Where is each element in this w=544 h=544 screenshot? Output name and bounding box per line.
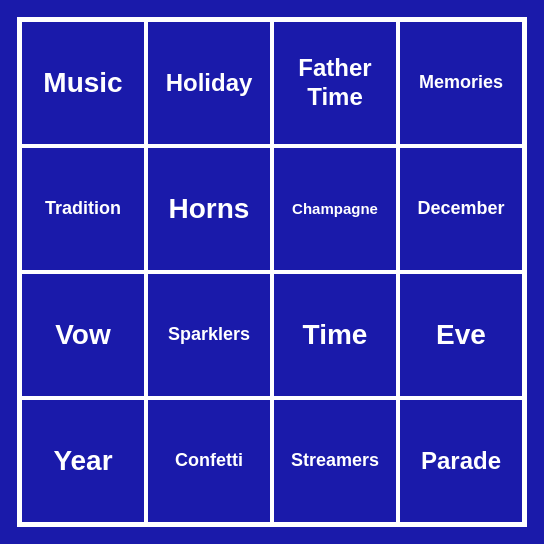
cell-10: Sparklers [146, 272, 272, 398]
cell-6-label: Horns [169, 192, 250, 226]
cell-10-label: Sparklers [168, 324, 250, 346]
cell-5-label: Tradition [45, 198, 121, 220]
cell-8: December [398, 146, 524, 272]
cell-16: Parade [398, 398, 524, 524]
cell-12: Eve [398, 272, 524, 398]
cell-13: Year [20, 398, 146, 524]
cell-16-label: Parade [421, 447, 501, 476]
cell-1-label: Music [43, 66, 122, 100]
cell-8-label: December [417, 198, 504, 220]
cell-11-label: Time [303, 318, 368, 352]
cell-15-label: Streamers [291, 450, 379, 472]
cell-13-label: Year [53, 444, 112, 478]
cell-15: Streamers [272, 398, 398, 524]
cell-2: Holiday [146, 20, 272, 146]
cell-14-label: Confetti [175, 450, 243, 472]
cell-9: Vow [20, 272, 146, 398]
cell-1: Music [20, 20, 146, 146]
cell-7-label: Champagne [292, 200, 378, 218]
cell-3: Father Time [272, 20, 398, 146]
cell-3-label: Father Time [280, 54, 390, 112]
cell-12-label: Eve [436, 318, 486, 352]
cell-4-label: Memories [419, 72, 503, 94]
cell-6: Horns [146, 146, 272, 272]
cell-4: Memories [398, 20, 524, 146]
cell-7: Champagne [272, 146, 398, 272]
cell-11: Time [272, 272, 398, 398]
cell-14: Confetti [146, 398, 272, 524]
cell-5: Tradition [20, 146, 146, 272]
cell-2-label: Holiday [166, 69, 253, 98]
cell-9-label: Vow [55, 318, 110, 352]
bingo-card: MusicHolidayFather TimeMemoriesTradition… [17, 17, 527, 527]
